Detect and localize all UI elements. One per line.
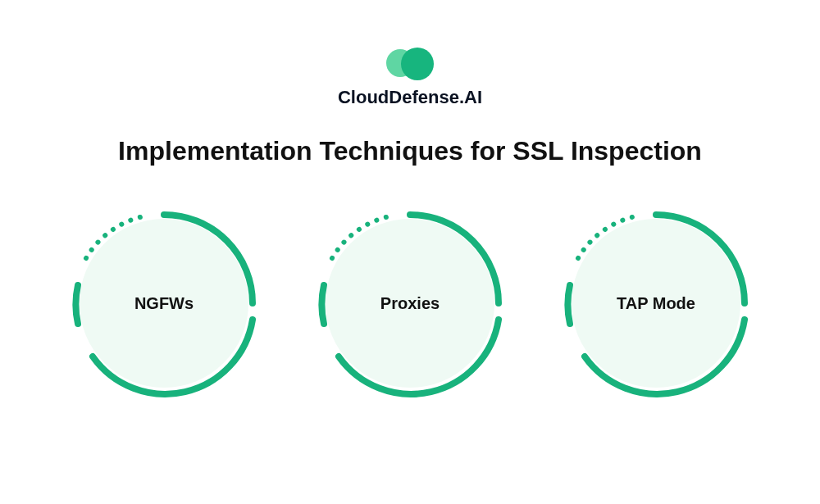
technique-item: Proxies [316, 209, 504, 397]
cloud-icon-front [401, 48, 434, 80]
technique-label: TAP Mode [617, 294, 695, 313]
technique-label: NGFWs [134, 294, 194, 313]
brand-name: CloudDefense.AI [338, 87, 482, 108]
technique-item: NGFWs [70, 209, 258, 397]
page-root: CloudDefense.AI Implementation Technique… [0, 0, 820, 504]
technique-label: Proxies [380, 294, 440, 313]
brand-logo: CloudDefense.AI [338, 49, 482, 108]
technique-item: TAP Mode [562, 209, 750, 397]
techniques-row: NGFWs Proxies TAP Mode [70, 209, 750, 397]
page-title: Implementation Techniques for SSL Inspec… [118, 136, 702, 166]
cloud-icon [386, 49, 434, 82]
